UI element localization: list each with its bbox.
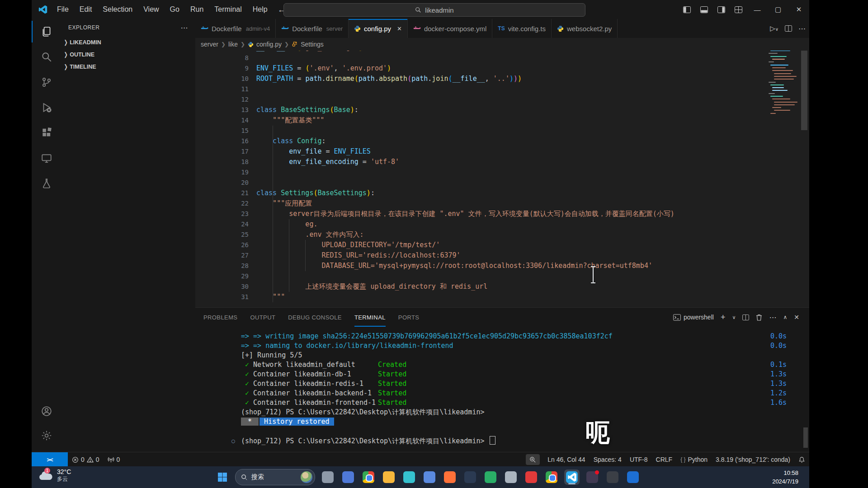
code-line-24[interactable]: 24 eg. bbox=[195, 219, 809, 230]
terminal-output[interactable]: => => writing image sha256:224e51550739b… bbox=[241, 308, 787, 452]
source-control-icon[interactable] bbox=[32, 70, 61, 95]
app-wechat[interactable] bbox=[483, 469, 498, 485]
code-line-12[interactable]: 12 bbox=[195, 94, 809, 105]
editor-scrollbar[interactable] bbox=[801, 49, 807, 130]
breadcrumb-item[interactable]: like bbox=[228, 41, 238, 48]
tab-dockerfile-server[interactable]: Dockerfile server bbox=[276, 19, 349, 38]
taskbar-clock[interactable]: 10:58 2024/7/19 bbox=[772, 469, 798, 486]
code-line-9[interactable]: 9ENV_FILES = ('.env', '.env.prod') bbox=[195, 63, 809, 74]
command-center-search[interactable]: likeadmin bbox=[283, 3, 585, 17]
remote-indicator[interactable]: >< bbox=[32, 452, 68, 467]
toggle-secondary-sidebar-icon[interactable] bbox=[712, 0, 730, 19]
tab-config-py[interactable]: config.py ✕ bbox=[349, 19, 408, 38]
app-firefox[interactable] bbox=[442, 469, 458, 485]
explorer-icon[interactable] bbox=[32, 19, 61, 44]
breadcrumb-item[interactable]: config.py bbox=[256, 41, 282, 48]
start-button[interactable] bbox=[215, 469, 230, 485]
tab-websocket2-py[interactable]: websocket2.py bbox=[552, 19, 618, 38]
extensions-icon[interactable] bbox=[32, 120, 61, 145]
minimize-button[interactable]: — bbox=[747, 0, 768, 19]
remote-explorer-icon[interactable] bbox=[32, 145, 61, 171]
code-line-30[interactable]: 30 上述环境变量会覆盖 upload_directory 和 redis_ur… bbox=[195, 282, 809, 292]
code-line-10[interactable]: 10ROOT_PATH = path.dirname(path.abspath(… bbox=[195, 74, 809, 84]
close-button[interactable]: ✕ bbox=[788, 0, 809, 19]
app-edge-dev[interactable] bbox=[401, 469, 417, 485]
app-edge[interactable] bbox=[625, 469, 641, 485]
breadcrumb[interactable]: server ❯ like ❯ config.py ❯ Settings bbox=[195, 38, 809, 51]
code-line-13[interactable]: 13class BaseSettings(Base): bbox=[195, 105, 809, 115]
maximize-button[interactable]: ▢ bbox=[768, 0, 788, 19]
app-mail[interactable] bbox=[340, 469, 356, 485]
zoom-status[interactable] bbox=[526, 454, 540, 465]
customize-layout-icon[interactable] bbox=[730, 0, 747, 19]
code-line-29[interactable]: 29 bbox=[195, 271, 809, 282]
tab-docker-compose[interactable]: docker-compose.yml bbox=[408, 19, 492, 38]
bing-daily-image[interactable] bbox=[301, 471, 312, 483]
run-debug-icon[interactable] bbox=[32, 95, 61, 120]
split-editor-icon[interactable] bbox=[785, 25, 792, 32]
more-actions-icon[interactable]: ⋯ bbox=[798, 24, 806, 33]
tab-vite-config[interactable]: TS vite.config.ts bbox=[492, 19, 552, 38]
tab-dockerfile-admin[interactable]: Dockerfile admin-v4 bbox=[195, 19, 276, 38]
code-line-18[interactable]: 18 env_file_encoding = 'utf-8' bbox=[195, 157, 809, 167]
breadcrumb-item[interactable]: Settings bbox=[301, 41, 324, 48]
terminal-scrollbar[interactable] bbox=[803, 427, 808, 448]
python-interpreter[interactable]: 3.8.19 ('shop_712': conda) bbox=[712, 452, 794, 467]
code-line-11[interactable]: 11 bbox=[195, 84, 809, 94]
code-line-16[interactable]: 16 class Config: bbox=[195, 136, 809, 146]
run-python-icon[interactable]: ▷∨ bbox=[770, 24, 778, 33]
ports-status[interactable]: 0 bbox=[104, 452, 124, 467]
cursor-position[interactable]: Ln 46, Col 44 bbox=[543, 452, 589, 467]
menu-selection[interactable]: Selection bbox=[97, 5, 138, 14]
code-line-21[interactable]: 21class Settings(BaseSettings): bbox=[195, 188, 809, 198]
indentation[interactable]: Spaces: 4 bbox=[590, 452, 626, 467]
toggle-sidebar-icon[interactable] bbox=[678, 0, 695, 19]
sidebar-section-outline[interactable]: ❯ OUTLINE bbox=[61, 48, 195, 61]
weather-widget[interactable]: 1 32°C 多云 bbox=[38, 468, 71, 483]
app-qq[interactable] bbox=[462, 469, 478, 485]
testing-icon[interactable] bbox=[32, 171, 61, 196]
explorer-actions-icon[interactable]: ⋯ bbox=[181, 23, 189, 32]
toggle-panel-icon[interactable] bbox=[695, 0, 712, 19]
menu-terminal[interactable]: Terminal bbox=[209, 5, 247, 14]
app-browser[interactable] bbox=[544, 469, 559, 485]
sidebar-section-likeadmin[interactable]: ❯ LIKEADMIN bbox=[61, 36, 195, 48]
code-line-20[interactable]: 20 bbox=[195, 178, 809, 188]
settings-gear-icon[interactable] bbox=[32, 423, 61, 448]
breadcrumb-item[interactable]: server bbox=[201, 41, 218, 48]
close-tab-icon[interactable]: ✕ bbox=[397, 25, 402, 32]
code-line-14[interactable]: 14 """配置基类""" bbox=[195, 115, 809, 126]
language-mode[interactable]: { }Python bbox=[676, 452, 712, 467]
menu-run[interactable]: Run bbox=[185, 5, 209, 14]
code-line-15[interactable]: 15 bbox=[195, 126, 809, 136]
code-line-8[interactable]: 8 bbox=[195, 53, 809, 63]
minimap[interactable] bbox=[769, 44, 797, 297]
app-vscode[interactable] bbox=[564, 469, 580, 485]
menu-file[interactable]: File bbox=[52, 5, 74, 14]
code-line-25[interactable]: 25 .env 文件内写入: bbox=[195, 230, 809, 240]
encoding[interactable]: UTF-8 bbox=[626, 452, 652, 467]
app-github[interactable] bbox=[585, 469, 600, 485]
code-line-17[interactable]: 17 env_file = ENV_FILES bbox=[195, 146, 809, 157]
code-line-19[interactable]: 19 bbox=[195, 167, 809, 178]
app-store[interactable] bbox=[422, 469, 437, 485]
search-view-icon[interactable] bbox=[32, 44, 61, 70]
app-chrome[interactable] bbox=[361, 469, 376, 485]
menu-go[interactable]: Go bbox=[165, 5, 185, 14]
close-panel-icon[interactable]: ✕ bbox=[794, 314, 799, 321]
app-document[interactable] bbox=[320, 469, 335, 485]
app-ide[interactable] bbox=[605, 469, 620, 485]
account-icon[interactable] bbox=[32, 399, 61, 424]
code-line-31[interactable]: 31 """ bbox=[195, 292, 809, 302]
problems-status[interactable]: 0 0 bbox=[68, 452, 104, 467]
app-folder[interactable] bbox=[381, 469, 396, 485]
sidebar-section-timeline[interactable]: ❯ TIMELINE bbox=[61, 61, 195, 73]
code-line-28[interactable]: 28 DATABASE_URL='mysql+pymysql://root:ro… bbox=[195, 261, 809, 271]
code-line-23[interactable]: 23 server目录为后端项目根目录，在该目录下创建 ".env" 文件，写入… bbox=[195, 209, 809, 219]
app-terminal[interactable] bbox=[503, 469, 519, 485]
eol-sequence[interactable]: CRLF bbox=[652, 452, 677, 467]
taskbar-search[interactable]: 搜索 bbox=[235, 469, 315, 485]
menu-help[interactable]: Help bbox=[247, 5, 273, 14]
code-line-26[interactable]: 26 UPLOAD_DIRECTORY='/tmp/test/' bbox=[195, 240, 809, 250]
notifications-bell-icon[interactable] bbox=[794, 452, 809, 467]
